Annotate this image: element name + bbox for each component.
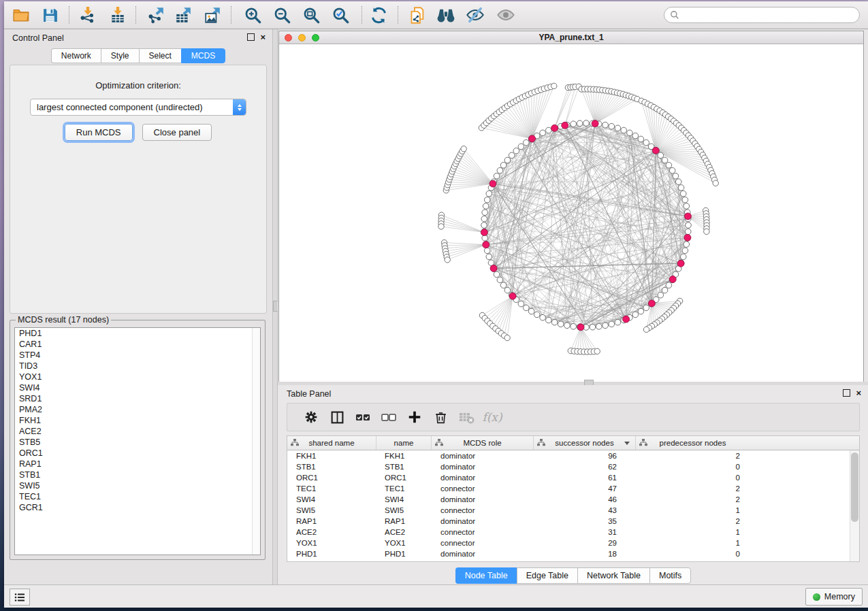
mcds-result-item[interactable]: STB1 <box>15 469 260 480</box>
window-traffic-lights <box>285 34 319 42</box>
scrollbar-thumb[interactable] <box>851 452 858 522</box>
float-panel-icon[interactable] <box>247 33 255 41</box>
delete-column-icon[interactable] <box>428 406 453 429</box>
mcds-result-item[interactable]: YOX1 <box>15 371 260 382</box>
import-network-icon[interactable] <box>76 5 99 25</box>
hide-selected-icon[interactable] <box>464 5 487 25</box>
zoom-out-icon[interactable] <box>270 5 293 25</box>
export-table-icon[interactable] <box>172 5 195 25</box>
import-table-icon[interactable] <box>106 5 129 25</box>
close-table-panel-icon[interactable]: × <box>856 390 861 396</box>
tab-edge-table[interactable]: Edge Table <box>517 567 577 584</box>
mcds-result-item[interactable]: TID3 <box>15 361 260 371</box>
tab-select[interactable]: Select <box>139 48 181 63</box>
mcds-result-item[interactable]: FKH1 <box>15 415 260 426</box>
control-panel: Control Panel × Network Style Select MCD… <box>4 29 272 585</box>
table-row[interactable]: RAP1RAP1dominator352 <box>287 516 850 527</box>
float-table-panel-icon[interactable] <box>843 389 850 397</box>
select-stepper-icon <box>233 99 246 115</box>
network-view[interactable] <box>279 44 863 382</box>
mcds-result-item[interactable]: PHD1 <box>15 328 260 339</box>
memory-button[interactable]: Memory <box>805 588 863 606</box>
control-panel-tabs: Network Style Select MCDS <box>4 48 272 63</box>
tab-network-table[interactable]: Network Table <box>577 567 649 584</box>
mcds-result-item[interactable]: ACE2 <box>15 426 260 437</box>
table-row[interactable]: SWI5SWI5connector431 <box>287 505 850 516</box>
function-builder-icon[interactable]: f(x) <box>479 406 505 429</box>
close-panel-icon[interactable]: × <box>260 34 266 40</box>
mcds-result-item[interactable]: SRD1 <box>15 393 260 404</box>
search-binoculars-icon[interactable] <box>434 5 457 25</box>
memory-status-icon <box>813 593 820 601</box>
apply-layout-icon[interactable] <box>367 5 390 25</box>
zoom-in-icon[interactable] <box>241 5 264 25</box>
zoom-fit-icon[interactable] <box>300 5 323 25</box>
attributes-gear-icon[interactable] <box>298 406 324 429</box>
mcds-result-item[interactable]: SWI4 <box>15 382 260 393</box>
tree-icon <box>639 439 647 447</box>
tree-icon <box>435 439 443 447</box>
mcds-result-item[interactable]: STB5 <box>15 437 260 448</box>
search-box[interactable] <box>664 7 860 23</box>
table-row[interactable]: ACE2ACE2connector311 <box>287 527 850 538</box>
column-header-shared-name[interactable]: shared name <box>287 436 376 450</box>
tab-node-table[interactable]: Node Table <box>455 567 517 584</box>
tab-style[interactable]: Style <box>101 48 139 63</box>
tab-mcds[interactable]: MCDS <box>181 48 225 63</box>
show-all-icon[interactable] <box>494 5 517 25</box>
deselect-all-icon[interactable] <box>376 406 402 429</box>
tab-motifs[interactable]: Motifs <box>649 567 691 584</box>
network-window-titlebar[interactable]: YPA_prune.txt_1 <box>279 31 863 44</box>
mcds-subpanel: Optimization criterion: largest connecte… <box>10 65 267 314</box>
main-toolbar <box>4 1 868 29</box>
table-row[interactable]: ORC1ORC1dominator610 <box>287 472 850 483</box>
tab-network[interactable]: Network <box>51 48 101 63</box>
table-row[interactable]: YOX1YOX1connector291 <box>287 538 850 548</box>
run-mcds-button[interactable]: Run MCDS <box>65 124 133 141</box>
delete-table-icon[interactable] <box>453 406 479 429</box>
clone-network-icon[interactable] <box>406 5 429 25</box>
mcds-result-item[interactable]: GCR1 <box>15 502 260 513</box>
search-input[interactable] <box>683 10 854 20</box>
table-row[interactable]: SWI4SWI4dominator462 <box>287 494 850 505</box>
table-row[interactable]: PHD1PHD1dominator180 <box>287 548 850 559</box>
close-panel-button[interactable]: Close panel <box>142 124 212 141</box>
maximize-window-icon[interactable] <box>312 34 319 42</box>
sort-desc-icon <box>624 442 630 445</box>
open-file-icon[interactable] <box>10 5 33 25</box>
task-history-button[interactable] <box>10 589 30 606</box>
column-header-predecessor-nodes[interactable]: predecessor nodes <box>636 436 750 450</box>
mcds-result-item[interactable]: CAR1 <box>15 339 260 350</box>
zoom-selected-icon[interactable] <box>329 5 352 25</box>
optimization-criterion-select[interactable]: largest connected component (undirected) <box>30 99 246 116</box>
save-session-icon[interactable] <box>38 5 61 25</box>
application-window: Control Panel × Network Style Select MCD… <box>4 1 868 608</box>
column-header-mcds-role[interactable]: MCDS role <box>432 436 534 450</box>
column-header-successor-nodes[interactable]: successor nodes <box>534 436 636 450</box>
create-column-icon[interactable] <box>402 406 428 429</box>
mcds-result-item[interactable]: SWI5 <box>15 480 260 491</box>
mcds-result-item[interactable]: TEC1 <box>15 491 260 502</box>
export-image-icon[interactable] <box>201 5 224 25</box>
select-all-icon[interactable] <box>350 406 376 429</box>
column-header-name[interactable]: name <box>376 436 432 450</box>
minimize-window-icon[interactable] <box>298 34 306 42</box>
list-icon <box>14 593 25 602</box>
result-list-scrollbar[interactable] <box>252 328 260 555</box>
vertical-splitter[interactable] <box>272 29 278 585</box>
table-scrollbar[interactable] <box>850 450 859 561</box>
table-row[interactable]: STB1STB1dominator620 <box>287 461 850 472</box>
close-window-icon[interactable] <box>285 34 292 42</box>
export-network-icon[interactable] <box>144 5 167 25</box>
optimization-criterion-label: Optimization criterion: <box>10 80 266 90</box>
show-columns-icon[interactable] <box>324 406 350 429</box>
table-row[interactable]: TEC1TEC1connector472 <box>287 483 850 494</box>
mcds-result-item[interactable]: ORC1 <box>15 448 260 459</box>
mcds-result-item[interactable]: PMA2 <box>15 404 260 415</box>
mcds-result-item[interactable]: STP4 <box>15 350 260 361</box>
table-header: shared name name MCDS role successor nod… <box>287 436 859 450</box>
mcds-result-item[interactable]: RAP1 <box>15 459 260 469</box>
table-tabs: Node Table Edge Table Network Table Moti… <box>278 567 868 584</box>
network-window: YPA_prune.txt_1 <box>278 31 864 382</box>
table-row[interactable]: FKH1FKH1dominator962 <box>287 450 850 461</box>
